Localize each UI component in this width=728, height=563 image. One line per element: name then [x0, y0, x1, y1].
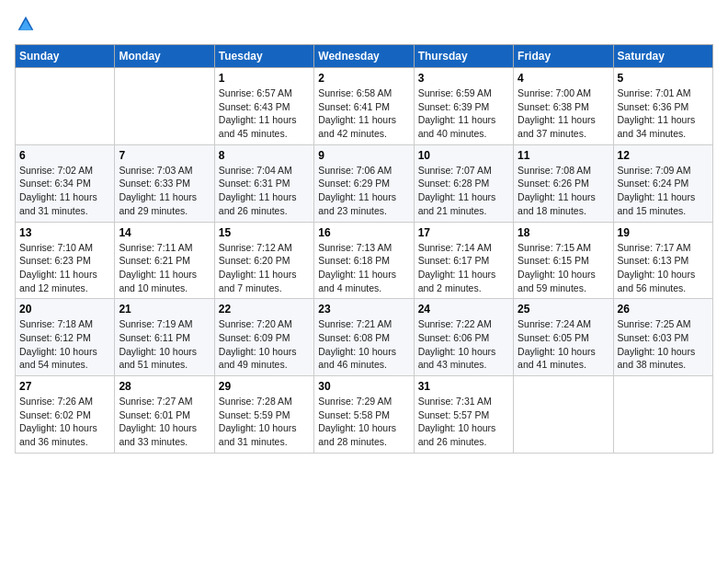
weekday-header: Wednesday [314, 45, 414, 68]
calendar-week-row: 27Sunrise: 7:26 AMSunset: 6:02 PMDayligh… [16, 376, 713, 454]
day-number: 21 [119, 303, 210, 316]
day-number: 14 [119, 226, 210, 239]
day-number: 11 [518, 149, 609, 162]
day-detail: Sunrise: 7:28 AMSunset: 5:59 PMDaylight:… [219, 395, 310, 449]
calendar-table: SundayMondayTuesdayWednesdayThursdayFrid… [15, 44, 713, 454]
calendar-cell [16, 68, 115, 145]
day-detail: Sunrise: 7:22 AMSunset: 6:06 PMDaylight:… [418, 317, 509, 372]
logo-icon [17, 15, 35, 33]
day-detail: Sunrise: 6:58 AMSunset: 6:41 PMDaylight:… [318, 86, 409, 141]
day-number: 28 [119, 380, 210, 393]
day-detail: Sunrise: 7:12 AMSunset: 6:20 PMDaylight:… [219, 241, 310, 295]
day-number: 2 [318, 72, 409, 85]
day-detail: Sunrise: 7:10 AMSunset: 6:23 PMDaylight:… [19, 241, 110, 295]
calendar-cell: 8Sunrise: 7:04 AMSunset: 6:31 PMDaylight… [214, 144, 313, 222]
logo [15, 15, 35, 33]
day-detail: Sunrise: 7:04 AMSunset: 6:31 PMDaylight:… [219, 164, 310, 218]
calendar-cell: 23Sunrise: 7:21 AMSunset: 6:08 PMDayligh… [314, 299, 414, 376]
day-number: 4 [518, 72, 609, 85]
calendar-cell: 14Sunrise: 7:11 AMSunset: 6:21 PMDayligh… [115, 222, 214, 299]
weekday-header: Tuesday [214, 45, 313, 68]
day-number: 30 [318, 380, 409, 393]
calendar-cell: 12Sunrise: 7:09 AMSunset: 6:24 PMDayligh… [613, 144, 712, 222]
calendar-week-row: 13Sunrise: 7:10 AMSunset: 6:23 PMDayligh… [16, 222, 713, 299]
day-number: 20 [19, 303, 110, 316]
day-number: 29 [219, 380, 310, 393]
day-detail: Sunrise: 7:18 AMSunset: 6:12 PMDaylight:… [19, 317, 110, 372]
day-number: 23 [318, 303, 409, 316]
calendar-cell: 5Sunrise: 7:01 AMSunset: 6:36 PMDaylight… [613, 68, 712, 145]
calendar-cell: 11Sunrise: 7:08 AMSunset: 6:26 PMDayligh… [514, 144, 613, 222]
day-number: 6 [19, 149, 110, 162]
weekday-header: Friday [514, 45, 613, 68]
day-detail: Sunrise: 6:59 AMSunset: 6:39 PMDaylight:… [418, 86, 509, 141]
day-number: 12 [618, 149, 709, 162]
calendar-cell [514, 376, 613, 454]
calendar-week-row: 20Sunrise: 7:18 AMSunset: 6:12 PMDayligh… [16, 299, 713, 376]
calendar-cell: 2Sunrise: 6:58 AMSunset: 6:41 PMDaylight… [314, 68, 414, 145]
day-detail: Sunrise: 7:27 AMSunset: 6:01 PMDaylight:… [119, 395, 210, 449]
calendar-cell: 4Sunrise: 7:00 AMSunset: 6:38 PMDaylight… [514, 68, 613, 145]
calendar-cell: 18Sunrise: 7:15 AMSunset: 6:15 PMDayligh… [514, 222, 613, 299]
day-number: 3 [418, 72, 509, 85]
day-detail: Sunrise: 7:19 AMSunset: 6:11 PMDaylight:… [119, 317, 210, 372]
weekday-header: Sunday [16, 45, 115, 68]
day-number: 9 [318, 149, 409, 162]
day-number: 18 [518, 226, 609, 239]
day-number: 27 [19, 380, 110, 393]
day-detail: Sunrise: 7:24 AMSunset: 6:05 PMDaylight:… [518, 317, 609, 372]
day-number: 10 [418, 149, 509, 162]
day-number: 5 [618, 72, 709, 85]
calendar-cell: 1Sunrise: 6:57 AMSunset: 6:43 PMDaylight… [214, 68, 313, 145]
calendar-cell: 16Sunrise: 7:13 AMSunset: 6:18 PMDayligh… [314, 222, 414, 299]
calendar-cell: 24Sunrise: 7:22 AMSunset: 6:06 PMDayligh… [414, 299, 513, 376]
calendar-cell: 3Sunrise: 6:59 AMSunset: 6:39 PMDaylight… [414, 68, 513, 145]
calendar-cell [115, 68, 214, 145]
calendar-cell: 7Sunrise: 7:03 AMSunset: 6:33 PMDaylight… [115, 144, 214, 222]
day-detail: Sunrise: 7:29 AMSunset: 5:58 PMDaylight:… [318, 395, 409, 449]
day-detail: Sunrise: 7:21 AMSunset: 6:08 PMDaylight:… [318, 317, 409, 372]
calendar-cell: 10Sunrise: 7:07 AMSunset: 6:28 PMDayligh… [414, 144, 513, 222]
day-number: 25 [518, 303, 609, 316]
day-number: 16 [318, 226, 409, 239]
day-number: 8 [219, 149, 310, 162]
day-number: 1 [219, 72, 310, 85]
day-detail: Sunrise: 7:08 AMSunset: 6:26 PMDaylight:… [518, 164, 609, 218]
calendar-cell: 17Sunrise: 7:14 AMSunset: 6:17 PMDayligh… [414, 222, 513, 299]
weekday-header: Monday [115, 45, 214, 68]
calendar-cell: 21Sunrise: 7:19 AMSunset: 6:11 PMDayligh… [115, 299, 214, 376]
day-detail: Sunrise: 7:20 AMSunset: 6:09 PMDaylight:… [219, 317, 310, 372]
calendar-cell: 6Sunrise: 7:02 AMSunset: 6:34 PMDaylight… [16, 144, 115, 222]
day-detail: Sunrise: 7:13 AMSunset: 6:18 PMDaylight:… [318, 241, 409, 295]
calendar-cell: 9Sunrise: 7:06 AMSunset: 6:29 PMDaylight… [314, 144, 414, 222]
day-number: 26 [618, 303, 709, 316]
day-detail: Sunrise: 7:25 AMSunset: 6:03 PMDaylight:… [618, 317, 709, 372]
day-number: 31 [418, 380, 509, 393]
page-header [15, 15, 713, 33]
calendar-cell: 20Sunrise: 7:18 AMSunset: 6:12 PMDayligh… [16, 299, 115, 376]
day-number: 7 [119, 149, 210, 162]
calendar-cell: 15Sunrise: 7:12 AMSunset: 6:20 PMDayligh… [214, 222, 313, 299]
day-detail: Sunrise: 7:09 AMSunset: 6:24 PMDaylight:… [618, 164, 709, 218]
day-detail: Sunrise: 7:01 AMSunset: 6:36 PMDaylight:… [618, 86, 709, 141]
day-detail: Sunrise: 7:00 AMSunset: 6:38 PMDaylight:… [518, 86, 609, 141]
day-number: 22 [219, 303, 310, 316]
day-detail: Sunrise: 7:11 AMSunset: 6:21 PMDaylight:… [119, 241, 210, 295]
calendar-header-row: SundayMondayTuesdayWednesdayThursdayFrid… [16, 45, 713, 68]
day-number: 24 [418, 303, 509, 316]
day-detail: Sunrise: 6:57 AMSunset: 6:43 PMDaylight:… [219, 86, 310, 141]
calendar-cell: 22Sunrise: 7:20 AMSunset: 6:09 PMDayligh… [214, 299, 313, 376]
day-detail: Sunrise: 7:15 AMSunset: 6:15 PMDaylight:… [518, 241, 609, 295]
calendar-cell: 25Sunrise: 7:24 AMSunset: 6:05 PMDayligh… [514, 299, 613, 376]
day-number: 15 [219, 226, 310, 239]
calendar-week-row: 1Sunrise: 6:57 AMSunset: 6:43 PMDaylight… [16, 68, 713, 145]
day-number: 17 [418, 226, 509, 239]
weekday-header: Thursday [414, 45, 513, 68]
calendar-cell: 19Sunrise: 7:17 AMSunset: 6:13 PMDayligh… [613, 222, 712, 299]
calendar-cell: 27Sunrise: 7:26 AMSunset: 6:02 PMDayligh… [16, 376, 115, 454]
calendar-cell: 28Sunrise: 7:27 AMSunset: 6:01 PMDayligh… [115, 376, 214, 454]
day-detail: Sunrise: 7:02 AMSunset: 6:34 PMDaylight:… [19, 164, 110, 218]
day-detail: Sunrise: 7:03 AMSunset: 6:33 PMDaylight:… [119, 164, 210, 218]
day-detail: Sunrise: 7:26 AMSunset: 6:02 PMDaylight:… [19, 395, 110, 449]
day-detail: Sunrise: 7:07 AMSunset: 6:28 PMDaylight:… [418, 164, 509, 218]
